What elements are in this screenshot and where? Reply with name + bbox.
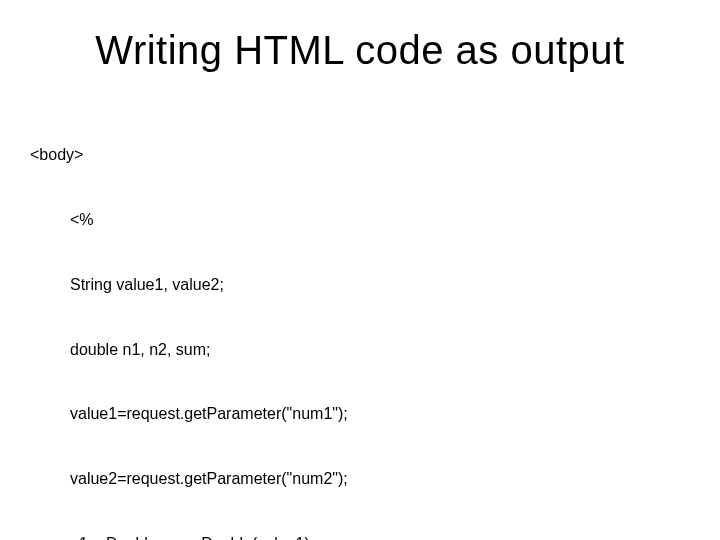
code-line: value2=request.getParameter("num2"); [30,468,690,490]
slide-title: Writing HTML code as output [30,28,690,73]
slide: Writing HTML code as output <body> <% St… [0,0,720,540]
code-line: n1= Double.parseDouble(value1); [30,533,690,540]
code-line: String value1, value2; [30,274,690,296]
code-line: value1=request.getParameter("num1"); [30,403,690,425]
code-line: double n1, n2, sum; [30,339,690,361]
code-line: <body> [30,144,690,166]
code-block: <body> <% String value1, value2; double … [30,101,690,540]
code-line: <% [30,209,690,231]
